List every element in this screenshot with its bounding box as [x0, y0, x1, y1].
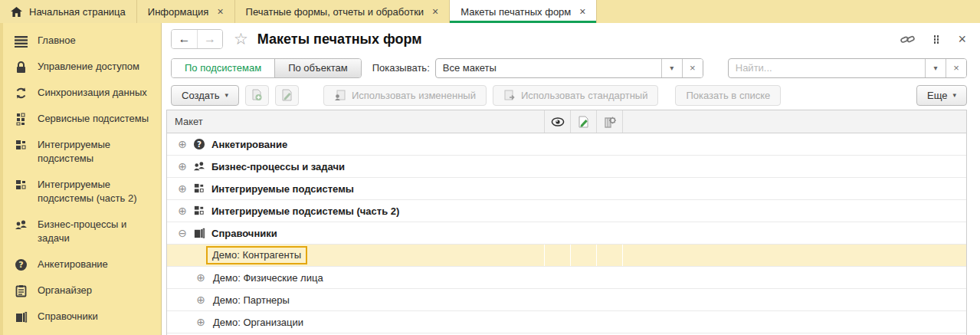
close-icon[interactable]: × [579, 5, 585, 18]
collapse-icon[interactable]: ⊖ [176, 227, 188, 239]
by-objects-button[interactable]: По объектам [274, 59, 361, 77]
people-icon [193, 160, 205, 172]
tab-label: Макеты печатных форм [461, 6, 571, 18]
clear-icon[interactable]: × [682, 59, 703, 77]
chevron-down-icon[interactable]: ▾ [661, 59, 682, 77]
expand-icon[interactable]: ⊕ [176, 160, 188, 172]
by-subsystems-button[interactable]: По подсистемам [172, 59, 274, 77]
use-standard-icon [503, 90, 516, 101]
focused-cell[interactable]: Демо: Контрагенты [206, 246, 307, 264]
form-area: ← → ☆ Макеты печатных форм × По подсисте… [161, 23, 980, 335]
expand-icon[interactable]: ⊕ [176, 182, 188, 195]
clipboard-icon [15, 284, 28, 297]
table-row-demo-counterparties[interactable]: Демо: Контрагенты [167, 245, 966, 267]
tab-print-form-templates[interactable]: Макеты печатных форм × [450, 0, 597, 23]
column-header-template[interactable]: Макет [167, 110, 545, 133]
show-in-list-button[interactable]: Показать в списке [675, 85, 781, 106]
get-link-icon[interactable] [900, 34, 915, 45]
forward-button[interactable]: → [197, 30, 222, 48]
create-button[interactable]: Создать ▾ [171, 85, 239, 106]
home-icon [11, 7, 22, 17]
question-icon: ? [15, 258, 28, 271]
sidebar-item-label: Справочники [38, 310, 153, 324]
copy-icon [251, 89, 263, 101]
eye-icon[interactable] [545, 110, 571, 133]
favorite-star-icon[interactable]: ☆ [234, 30, 248, 48]
table-row-surveys[interactable]: ⊕ ? Анкетирование [167, 133, 966, 156]
sidebar-item-business-processes[interactable]: Бизнес-процессы и задачи [0, 212, 161, 251]
sidebar-item-label: Бизнес-процессы и задачи [38, 218, 153, 245]
expand-icon[interactable]: ⊕ [195, 294, 207, 306]
sidebar-item-integrated-subsystems[interactable]: Интегрируемые подсистемы [0, 132, 161, 172]
expand-icon[interactable]: ⊕ [195, 271, 207, 284]
form-header: ← → ☆ Макеты печатных форм × [162, 23, 980, 55]
chevron-down-icon: ▾ [952, 91, 956, 99]
question-icon: ? [193, 138, 205, 150]
sidebar-item-label: Интегрируемые подсистемы (часть 2) [38, 178, 153, 205]
view-toggle: По подсистемам По объектам [171, 58, 362, 78]
close-icon[interactable]: × [217, 5, 223, 18]
close-form-icon[interactable]: × [958, 31, 966, 48]
sidebar-item-service-subsystems[interactable]: Сервисные подсистемы [0, 106, 161, 132]
filter-bar: По подсистемам По объектам Показывать: В… [162, 55, 980, 80]
back-button[interactable]: ← [172, 30, 197, 48]
app-window: Начальная страница Информация × Печатные… [0, 0, 980, 335]
table-row-integrated-subsystems[interactable]: ⊕ Интегрируемые подсистемы [167, 178, 966, 200]
more-menu-icon[interactable] [933, 34, 939, 44]
use-standard-button[interactable]: Использовать стандартный [493, 85, 659, 106]
menu-icon [15, 34, 28, 48]
close-icon[interactable]: × [432, 5, 438, 18]
table-row-integrated-subsystems-2[interactable]: ⊕ Интегрируемые подсистемы (часть 2) [167, 200, 966, 222]
dots-grid-icon [15, 113, 28, 126]
expand-icon[interactable]: ⊕ [176, 138, 188, 150]
books-icon [15, 310, 28, 324]
table-row-catalogs[interactable]: ⊖ Справочники [167, 222, 966, 245]
templates-tree-table: Макет ⊕ ? [166, 110, 967, 335]
show-filter-label: Показывать: [372, 62, 430, 74]
tab-bar: Начальная страница Информация × Печатные… [0, 0, 980, 23]
column-header-spacer [623, 110, 966, 133]
search-input[interactable] [729, 62, 925, 74]
search-box: ▾ × [728, 58, 967, 78]
modified-template-icon[interactable] [571, 110, 597, 133]
sidebar-item-label: Интегрируемые подсистемы [38, 138, 153, 166]
standard-template-icon[interactable] [597, 110, 623, 133]
blocks-icon [15, 139, 28, 152]
sidebar-item-label: Органайзер [38, 284, 153, 297]
edit-icon [281, 89, 293, 101]
sidebar-item-surveys[interactable]: ? Анкетирование [0, 251, 161, 278]
table-row-demo-partners[interactable]: ⊕ Демо: Партнеры [167, 289, 966, 311]
table-row-demo-organizations[interactable]: ⊕ Демо: Организации [167, 311, 966, 333]
sidebar-item-integrated-subsystems-2[interactable]: Интегрируемые подсистемы (часть 2) [0, 172, 161, 212]
sidebar-item-main[interactable]: Главное [0, 28, 161, 54]
tab-print-forms[interactable]: Печатные формы, отчеты и обработки × [235, 0, 451, 23]
form-header-actions: × [900, 31, 969, 48]
expand-icon[interactable]: ⊕ [176, 205, 188, 217]
table-row-demo-individuals[interactable]: ⊕ Демо: Физические лица [167, 267, 966, 289]
svg-text:?: ? [18, 260, 23, 270]
chevron-down-icon[interactable]: ▾ [925, 59, 946, 77]
sidebar-item-data-sync[interactable]: Синхронизация данных [0, 80, 161, 106]
sidebar-item-catalogs[interactable]: Справочники [0, 304, 161, 330]
clear-icon[interactable]: × [946, 59, 966, 77]
expand-icon[interactable]: ⊕ [195, 316, 207, 328]
show-filter-combobox[interactable]: Все макеты ▾ × [435, 58, 703, 78]
more-button[interactable]: Еще ▾ [916, 85, 967, 106]
history-nav: ← → [171, 29, 223, 49]
use-modified-icon [334, 90, 346, 101]
blocks-icon [193, 182, 205, 195]
books-icon [193, 227, 205, 239]
tab-information[interactable]: Информация × [137, 0, 235, 23]
sync-icon [15, 87, 28, 100]
use-modified-button[interactable]: Использовать измененный [323, 85, 487, 106]
sidebar-item-access-management[interactable]: Управление доступом [0, 54, 161, 80]
sidebar-item-organizer[interactable]: Органайзер [0, 278, 161, 304]
sidebar-item-label: Синхронизация данных [38, 86, 153, 100]
blocks-icon [15, 179, 28, 192]
table-row-business-processes[interactable]: ⊕ Бизнес-процессы и задачи [167, 156, 966, 178]
copy-button[interactable] [245, 85, 269, 106]
sidebar-item-label: Анкетирование [38, 258, 153, 271]
command-bar: Создать ▾ Использовать измененный Исполь… [162, 80, 980, 110]
edit-button[interactable] [275, 85, 299, 106]
tab-home[interactable]: Начальная страница [0, 0, 137, 23]
